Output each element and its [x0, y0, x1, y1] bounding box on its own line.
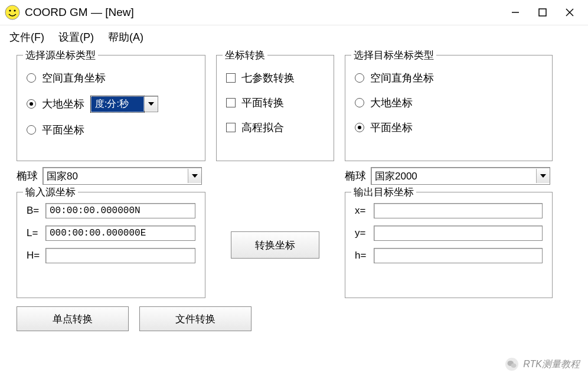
- checkbox-icon: [226, 73, 236, 83]
- output-h-label: h=: [355, 250, 374, 262]
- menu-file[interactable]: 文件(F): [9, 30, 44, 44]
- radio-label: 平面坐标: [42, 123, 84, 137]
- input-l-label: L=: [27, 227, 45, 239]
- svg-point-0: [5, 5, 19, 19]
- checkbox-label: 高程拟合: [241, 120, 284, 135]
- radio-icon: [27, 99, 36, 109]
- checkbox-icon: [226, 98, 236, 107]
- radio-source-geodetic[interactable]: 大地坐标 度:分:秒: [27, 96, 195, 112]
- svg-rect-4: [539, 9, 546, 16]
- radio-icon: [355, 73, 364, 83]
- checkbox-label: 七参数转换: [241, 71, 295, 85]
- radio-label: 空间直角坐标: [42, 71, 106, 85]
- minimize-button[interactable]: [502, 0, 529, 25]
- checkbox-label: 平面转换: [241, 96, 284, 110]
- group-transform: 坐标转换 七参数转换 平面转换 高程拟合: [216, 55, 334, 161]
- watermark: RTK测量教程: [505, 358, 580, 371]
- radio-icon: [355, 123, 364, 132]
- radio-label: 平面坐标: [370, 120, 413, 135]
- combo-ellipsoid-source[interactable]: 国家80: [43, 167, 202, 185]
- combo-dms-value: 度:分:秒: [91, 96, 144, 112]
- radio-label: 空间直角坐标: [370, 71, 434, 85]
- group-output-coords: 输出目标坐标 x= y= h=: [345, 192, 553, 298]
- group-transform-legend: 坐标转换: [223, 48, 267, 62]
- main-area: 选择源坐标类型 空间直角坐标 大地坐标 度:分:秒 平面坐标 坐标转换: [0, 49, 588, 337]
- titlebar: COORD GM — [New]: [0, 0, 588, 25]
- group-target-type: 选择目标坐标类型 空间直角坐标 大地坐标 平面坐标: [345, 55, 553, 161]
- watermark-text: RTK测量教程: [523, 358, 580, 371]
- convert-button[interactable]: 转换坐标: [231, 231, 319, 259]
- convert-button-area: 转换坐标: [216, 192, 334, 298]
- radio-target-geodetic[interactable]: 大地坐标: [355, 96, 543, 110]
- ellipsoid-target-label: 椭球: [345, 169, 366, 183]
- output-x-field[interactable]: [374, 203, 543, 218]
- check-height-fit[interactable]: 高程拟合: [226, 120, 324, 135]
- menu-help[interactable]: 帮助(A): [108, 30, 143, 44]
- chevron-down-icon[interactable]: [536, 169, 550, 183]
- group-output-legend: 输出目标坐标: [351, 185, 416, 199]
- svg-point-2: [14, 9, 15, 11]
- chevron-down-icon[interactable]: [188, 169, 201, 183]
- app-icon: [5, 5, 20, 20]
- combo-dms[interactable]: 度:分:秒: [90, 96, 158, 112]
- window-title: COORD GM — [New]: [25, 6, 134, 19]
- menu-settings[interactable]: 设置(P): [58, 30, 94, 44]
- output-x-label: x=: [355, 205, 374, 217]
- radio-icon: [27, 125, 36, 135]
- output-y-field[interactable]: [374, 226, 543, 241]
- radio-label: 大地坐标: [370, 96, 413, 110]
- svg-point-1: [9, 9, 11, 11]
- check-planar-transform[interactable]: 平面转换: [226, 96, 324, 110]
- group-source-type: 选择源坐标类型 空间直角坐标 大地坐标 度:分:秒 平面坐标: [17, 55, 205, 161]
- group-input-legend: 输入源坐标: [23, 185, 78, 199]
- svg-point-8: [511, 364, 517, 368]
- input-l-field[interactable]: 000:00:00.000000E: [45, 226, 195, 241]
- combo-ellipsoid-source-value: 国家80: [43, 168, 188, 184]
- input-h-field[interactable]: [45, 248, 195, 263]
- group-source-type-legend: 选择源坐标类型: [23, 48, 98, 62]
- checkbox-icon: [226, 123, 236, 132]
- check-seven-param[interactable]: 七参数转换: [226, 71, 324, 85]
- radio-source-planar[interactable]: 平面坐标: [27, 123, 195, 137]
- group-target-type-legend: 选择目标坐标类型: [351, 48, 436, 62]
- input-b-field[interactable]: 00:00:00.000000N: [45, 203, 195, 218]
- radio-label: 大地坐标: [42, 97, 84, 111]
- output-h-field[interactable]: [374, 248, 543, 263]
- close-button[interactable]: [556, 0, 583, 25]
- input-h-label: H=: [27, 250, 45, 262]
- input-b-label: B=: [27, 205, 45, 217]
- file-convert-button[interactable]: 文件转换: [139, 306, 251, 331]
- combo-ellipsoid-target[interactable]: 国家2000: [371, 167, 550, 185]
- radio-target-cartesian[interactable]: 空间直角坐标: [355, 71, 543, 85]
- group-input-coords: 输入源坐标 B= 00:00:00.000000N L= 000:00:00.0…: [17, 192, 205, 298]
- ellipsoid-source-label: 椭球: [17, 169, 38, 183]
- radio-icon: [355, 98, 364, 107]
- output-y-label: y=: [355, 227, 374, 239]
- radio-target-planar[interactable]: 平面坐标: [355, 120, 543, 135]
- wechat-icon: [505, 358, 518, 371]
- maximize-button[interactable]: [529, 0, 556, 25]
- radio-source-cartesian[interactable]: 空间直角坐标: [27, 71, 195, 85]
- chevron-down-icon[interactable]: [144, 97, 158, 111]
- single-convert-button[interactable]: 单点转换: [17, 306, 129, 331]
- combo-ellipsoid-target-value: 国家2000: [371, 168, 536, 184]
- menubar: 文件(F) 设置(P) 帮助(A): [0, 25, 588, 49]
- radio-icon: [27, 73, 36, 83]
